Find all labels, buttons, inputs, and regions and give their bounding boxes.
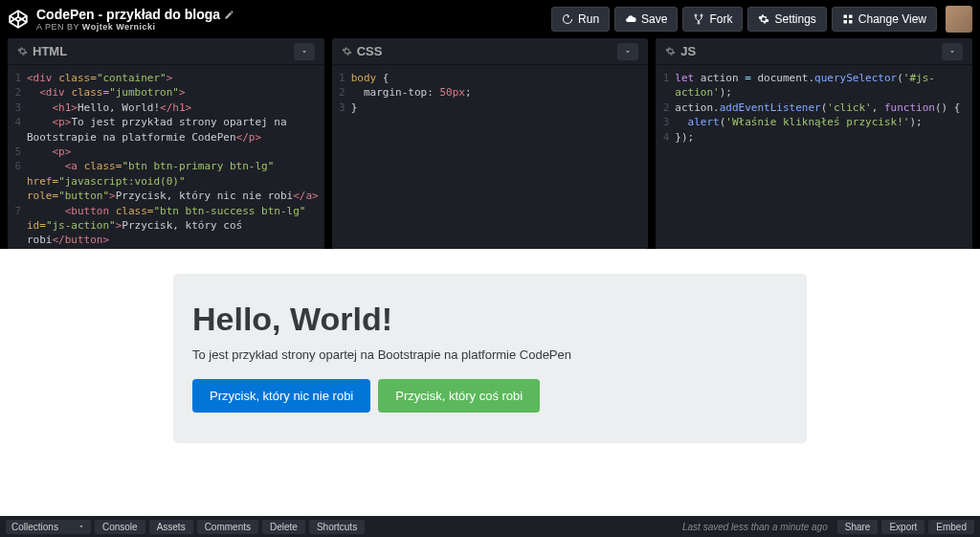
js-collapse-button[interactable] [942,43,963,60]
button-row: Przycisk, który nic nie robi Przycisk, k… [192,379,788,413]
js-title-text: JS [680,44,696,58]
preview-paragraph: To jest przykład strony opartej na Boots… [192,347,788,362]
topbar-right: Run Save Fork Settings Change View [551,6,972,33]
cloud-icon [625,13,636,25]
save-label: Save [641,12,667,26]
html-editor-title: HTML [17,44,67,58]
gear-icon[interactable] [665,46,676,56]
bottombar-right: Last saved less than a minute ago Share … [682,520,974,534]
css-editor: CSS 1body { 2 margin-top: 50px; 3} [332,38,649,249]
css-title-text: CSS [357,44,383,58]
byline-prefix: A PEN BY [36,22,82,32]
edit-icon[interactable] [224,10,234,20]
topbar: CodePen - przykład do bloga A PEN BY Woj… [0,0,980,38]
run-button[interactable]: Run [551,7,610,32]
js-editor-title: JS [665,44,696,58]
avatar[interactable] [946,6,972,33]
run-label: Run [578,12,599,26]
pen-title-text: CodePen - przykład do bloga [36,7,220,22]
js-editor-body[interactable]: 1let action = document.querySelector('#j… [656,65,972,249]
svg-point-4 [701,14,702,16]
delete-button[interactable]: Delete [262,520,305,534]
shortcuts-button[interactable]: Shortcuts [309,520,365,534]
editors-row: HTML 1<div class="container"> 2 <div cla… [0,38,980,249]
svg-rect-7 [849,15,853,19]
run-icon [562,13,573,25]
css-editor-title: CSS [342,44,383,58]
change-view-label: Change View [858,12,926,26]
success-button[interactable]: Przycisk, który coś robi [378,379,540,413]
grid-icon [842,13,854,25]
bottombar: Collections Console Assets Comments Dele… [0,516,980,537]
byline-author[interactable]: Wojtek Wernicki [82,22,156,32]
primary-button[interactable]: Przycisk, który nic nie robi [192,379,370,413]
svg-rect-8 [843,20,847,24]
js-editor: JS 1let action = document.querySelector(… [656,38,972,249]
share-button[interactable]: Share [837,520,879,534]
css-editor-header: CSS [332,38,649,65]
jumbotron: Hello, World! To jest przykład strony op… [173,274,807,443]
collections-select[interactable]: Collections [6,520,91,534]
save-button[interactable]: Save [614,7,678,32]
svg-rect-6 [843,15,847,19]
svg-point-5 [698,22,700,24]
pen-title[interactable]: CodePen - przykład do bloga [36,7,234,22]
export-button[interactable]: Export [881,520,924,534]
fork-icon [693,13,704,25]
preview-content: Hello, World! To jest przykład strony op… [173,274,807,516]
collections-label: Collections [11,522,58,532]
svg-rect-9 [849,20,853,24]
comments-button[interactable]: Comments [197,520,258,534]
css-editor-body[interactable]: 1body { 2 margin-top: 50px; 3} [332,65,649,249]
html-editor: HTML 1<div class="container"> 2 <div cla… [8,38,324,249]
js-editor-header: JS [656,38,972,65]
console-button[interactable]: Console [95,520,145,534]
gear-icon [758,13,769,25]
fork-button[interactable]: Fork [682,7,743,32]
chevron-down-icon [300,47,309,56]
save-status: Last saved less than a minute ago [682,522,828,532]
css-collapse-button[interactable] [617,43,638,60]
assets-button[interactable]: Assets [149,520,193,534]
codepen-logo-icon [8,9,29,30]
pen-byline: A PEN BY Wojtek Wernicki [36,22,234,32]
html-editor-header: HTML [8,38,324,65]
settings-button[interactable]: Settings [747,7,826,32]
gear-icon[interactable] [17,46,28,56]
preview-pane: Hello, World! To jest przykład strony op… [0,249,980,516]
embed-button[interactable]: Embed [928,520,974,534]
html-editor-body[interactable]: 1<div class="container"> 2 <div class="j… [8,65,324,249]
gear-icon[interactable] [342,46,352,56]
chevron-down-icon [623,47,633,56]
html-title-text: HTML [33,44,67,58]
title-block: CodePen - przykład do bloga A PEN BY Woj… [36,7,234,32]
html-collapse-button[interactable] [294,43,315,60]
fork-label: Fork [709,12,732,26]
settings-label: Settings [774,12,815,26]
svg-point-3 [695,14,697,16]
topbar-left: CodePen - przykład do bloga A PEN BY Woj… [8,7,234,32]
chevron-down-icon [947,47,957,56]
chevron-down-icon [78,523,85,530]
bottombar-left: Collections Console Assets Comments Dele… [6,520,365,534]
preview-heading: Hello, World! [192,301,788,338]
change-view-button[interactable]: Change View [832,7,937,32]
